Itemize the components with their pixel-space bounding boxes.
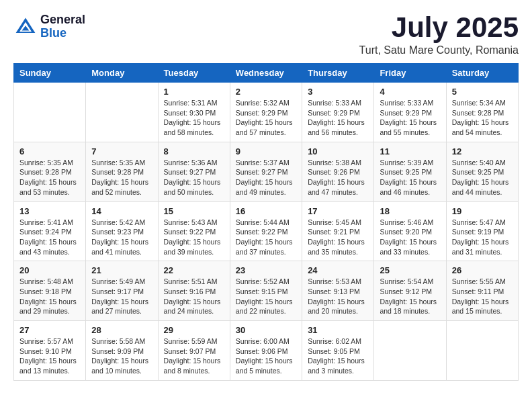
calendar-day-cell: 7Sunrise: 5:35 AM Sunset: 9:28 PM Daylig…	[86, 142, 158, 201]
day-number: 12	[452, 146, 513, 156]
day-number: 25	[380, 265, 440, 275]
calendar-day-cell: 13Sunrise: 5:41 AM Sunset: 9:24 PM Dayli…	[14, 201, 86, 261]
location: Turt, Satu Mare County, Romania	[359, 44, 519, 56]
calendar-day-cell: 19Sunrise: 5:47 AM Sunset: 9:19 PM Dayli…	[446, 201, 518, 261]
day-number: 27	[19, 325, 80, 335]
calendar-day-cell: 18Sunrise: 5:46 AM Sunset: 9:20 PM Dayli…	[374, 201, 446, 261]
page-header: General Blue July 2025 Turt, Satu Mare C…	[13, 13, 519, 56]
day-number: 14	[91, 206, 152, 216]
day-number: 15	[164, 206, 224, 216]
day-info: Sunrise: 5:44 AM Sunset: 9:22 PM Dayligh…	[236, 218, 296, 257]
day-info: Sunrise: 5:49 AM Sunset: 9:17 PM Dayligh…	[91, 277, 152, 316]
day-info: Sunrise: 5:35 AM Sunset: 9:28 PM Dayligh…	[19, 158, 80, 197]
day-info: Sunrise: 5:48 AM Sunset: 9:18 PM Dayligh…	[19, 277, 80, 316]
day-info: Sunrise: 5:38 AM Sunset: 9:26 PM Dayligh…	[308, 158, 368, 197]
calendar-day-header: Monday	[86, 64, 158, 83]
day-number: 7	[91, 146, 152, 156]
day-info: Sunrise: 5:32 AM Sunset: 9:29 PM Dayligh…	[236, 98, 296, 138]
calendar-day-cell: 6Sunrise: 5:35 AM Sunset: 9:28 PM Daylig…	[14, 142, 86, 201]
day-info: Sunrise: 5:41 AM Sunset: 9:24 PM Dayligh…	[19, 218, 80, 257]
logo-general: General	[40, 13, 85, 27]
day-info: Sunrise: 5:54 AM Sunset: 9:12 PM Dayligh…	[380, 277, 440, 316]
calendar-day-header: Sunday	[14, 64, 86, 83]
calendar-day-cell: 25Sunrise: 5:54 AM Sunset: 9:12 PM Dayli…	[374, 261, 446, 321]
calendar-day-header: Thursday	[302, 64, 374, 83]
logo-blue: Blue	[40, 27, 85, 40]
calendar-week-row: 6Sunrise: 5:35 AM Sunset: 9:28 PM Daylig…	[14, 142, 519, 201]
calendar-week-row: 1Sunrise: 5:31 AM Sunset: 9:30 PM Daylig…	[14, 83, 519, 142]
calendar-day-cell: 21Sunrise: 5:49 AM Sunset: 9:17 PM Dayli…	[86, 261, 158, 321]
day-number: 1	[164, 87, 224, 97]
calendar-day-cell	[446, 321, 518, 381]
day-number: 21	[91, 265, 152, 275]
day-number: 10	[308, 146, 368, 156]
logo: General Blue	[13, 13, 85, 40]
day-number: 3	[308, 87, 368, 97]
calendar-day-cell: 16Sunrise: 5:44 AM Sunset: 9:22 PM Dayli…	[230, 201, 302, 261]
day-info: Sunrise: 5:37 AM Sunset: 9:27 PM Dayligh…	[236, 158, 296, 197]
day-info: Sunrise: 5:57 AM Sunset: 9:10 PM Dayligh…	[19, 336, 80, 376]
day-number: 28	[91, 325, 152, 335]
day-info: Sunrise: 5:47 AM Sunset: 9:19 PM Dayligh…	[452, 218, 513, 257]
calendar-day-cell	[14, 83, 86, 142]
day-info: Sunrise: 5:59 AM Sunset: 9:07 PM Dayligh…	[164, 336, 224, 376]
day-info: Sunrise: 5:42 AM Sunset: 9:23 PM Dayligh…	[91, 218, 152, 257]
day-info: Sunrise: 5:33 AM Sunset: 9:29 PM Dayligh…	[308, 98, 368, 138]
day-info: Sunrise: 5:58 AM Sunset: 9:09 PM Dayligh…	[91, 336, 152, 376]
calendar-day-header: Saturday	[446, 64, 518, 83]
day-number: 11	[380, 146, 440, 156]
day-info: Sunrise: 5:46 AM Sunset: 9:20 PM Dayligh…	[380, 218, 440, 257]
calendar-day-cell	[86, 83, 158, 142]
day-number: 23	[236, 265, 296, 275]
day-number: 30	[236, 325, 296, 335]
logo-icon	[13, 15, 38, 39]
calendar-day-header: Wednesday	[230, 64, 302, 83]
day-number: 18	[380, 206, 440, 216]
day-number: 22	[164, 265, 224, 275]
calendar-day-cell: 2Sunrise: 5:32 AM Sunset: 9:29 PM Daylig…	[230, 83, 302, 142]
day-number: 29	[164, 325, 224, 335]
month-year: July 2025	[359, 13, 519, 42]
calendar-day-cell: 15Sunrise: 5:43 AM Sunset: 9:22 PM Dayli…	[158, 201, 230, 261]
day-number: 13	[19, 206, 80, 216]
calendar-day-cell: 23Sunrise: 5:52 AM Sunset: 9:15 PM Dayli…	[230, 261, 302, 321]
day-info: Sunrise: 5:45 AM Sunset: 9:21 PM Dayligh…	[308, 218, 368, 257]
day-number: 19	[452, 206, 513, 216]
day-info: Sunrise: 5:39 AM Sunset: 9:25 PM Dayligh…	[380, 158, 440, 197]
day-info: Sunrise: 6:00 AM Sunset: 9:06 PM Dayligh…	[236, 336, 296, 376]
day-number: 16	[236, 206, 296, 216]
calendar-header-row: SundayMondayTuesdayWednesdayThursdayFrid…	[14, 64, 519, 83]
calendar-day-cell: 28Sunrise: 5:58 AM Sunset: 9:09 PM Dayli…	[86, 321, 158, 381]
day-number: 17	[308, 206, 368, 216]
day-number: 2	[236, 87, 296, 97]
calendar-day-cell: 27Sunrise: 5:57 AM Sunset: 9:10 PM Dayli…	[14, 321, 86, 381]
calendar-day-cell: 12Sunrise: 5:40 AM Sunset: 9:25 PM Dayli…	[446, 142, 518, 201]
calendar-day-cell: 8Sunrise: 5:36 AM Sunset: 9:27 PM Daylig…	[158, 142, 230, 201]
day-number: 9	[236, 146, 296, 156]
day-info: Sunrise: 5:51 AM Sunset: 9:16 PM Dayligh…	[164, 277, 224, 316]
day-info: Sunrise: 5:33 AM Sunset: 9:29 PM Dayligh…	[380, 98, 440, 138]
day-info: Sunrise: 5:35 AM Sunset: 9:28 PM Dayligh…	[91, 158, 152, 197]
day-number: 5	[452, 87, 513, 97]
calendar-day-cell: 5Sunrise: 5:34 AM Sunset: 9:28 PM Daylig…	[446, 83, 518, 142]
day-number: 20	[19, 265, 80, 275]
day-number: 6	[19, 146, 80, 156]
day-number: 26	[452, 265, 513, 275]
calendar-day-header: Tuesday	[158, 64, 230, 83]
calendar-week-row: 27Sunrise: 5:57 AM Sunset: 9:10 PM Dayli…	[14, 321, 519, 381]
day-number: 24	[308, 265, 368, 275]
calendar-day-header: Friday	[374, 64, 446, 83]
day-info: Sunrise: 5:34 AM Sunset: 9:28 PM Dayligh…	[452, 98, 513, 138]
calendar-day-cell: 22Sunrise: 5:51 AM Sunset: 9:16 PM Dayli…	[158, 261, 230, 321]
calendar-day-cell: 29Sunrise: 5:59 AM Sunset: 9:07 PM Dayli…	[158, 321, 230, 381]
day-number: 31	[308, 325, 368, 335]
logo-text: General Blue	[40, 13, 85, 40]
day-info: Sunrise: 5:36 AM Sunset: 9:27 PM Dayligh…	[164, 158, 224, 197]
calendar-week-row: 13Sunrise: 5:41 AM Sunset: 9:24 PM Dayli…	[14, 201, 519, 261]
day-number: 4	[380, 87, 440, 97]
calendar-day-cell: 4Sunrise: 5:33 AM Sunset: 9:29 PM Daylig…	[374, 83, 446, 142]
day-number: 8	[164, 146, 224, 156]
day-info: Sunrise: 6:02 AM Sunset: 9:05 PM Dayligh…	[308, 336, 368, 376]
calendar-day-cell: 20Sunrise: 5:48 AM Sunset: 9:18 PM Dayli…	[14, 261, 86, 321]
title-block: July 2025 Turt, Satu Mare County, Romani…	[359, 13, 519, 56]
